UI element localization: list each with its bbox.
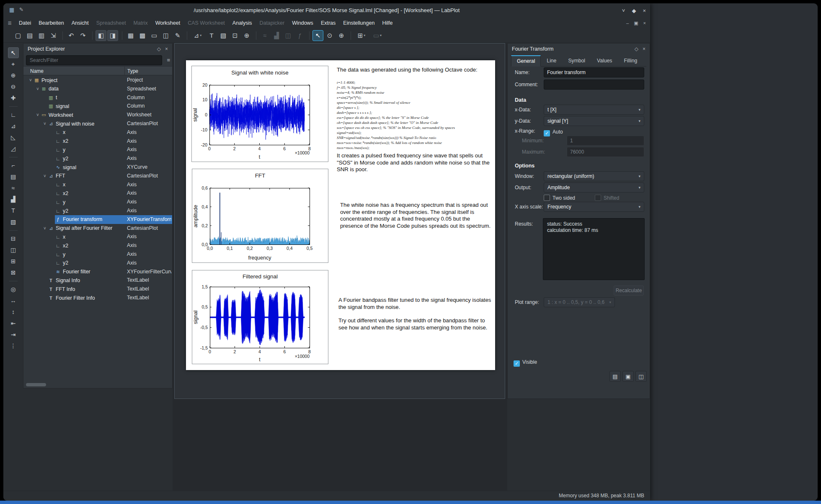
output-combobox[interactable]: Amplitude ▾	[544, 183, 644, 193]
x-data-combobox[interactable]: t [X] ▾	[544, 105, 644, 115]
name-column-header[interactable]: Name	[30, 67, 44, 76]
tree-row-y[interactable]: ∟yAxis	[23, 250, 172, 259]
tree-row-x[interactable]: ∟xAxis	[23, 232, 172, 241]
y-data-combobox[interactable]: signal [Y] ▾	[544, 116, 644, 126]
horizontal-scrollbar[interactable]	[23, 383, 172, 386]
zoom-in-tool[interactable]: ⊕	[8, 70, 19, 81]
maximize-button[interactable]: ◆	[632, 8, 636, 14]
add-plot-template-4-tool[interactable]: ◿	[8, 143, 19, 154]
menu-datei[interactable]: Datei	[15, 18, 35, 28]
add-histogram-tool[interactable]: ▟	[8, 194, 19, 205]
tree-row-project[interactable]: ˅▦ProjectProject	[23, 76, 172, 85]
tree-row-signal[interactable]: ▥signalColumn	[23, 102, 172, 111]
pan-tool[interactable]: ✚	[8, 93, 19, 103]
properties-dock-header[interactable]: Fourier Transform ◇ ×	[508, 44, 650, 54]
taskbar-strip[interactable]	[0, 501, 821, 504]
tab-line[interactable]: Line	[541, 55, 562, 66]
titlebar[interactable]: ▦ ✎ /usr/share/labplot2/examples/Analysi…	[3, 3, 650, 18]
add-text-label-button[interactable]: T	[206, 30, 217, 41]
zoom-fit-width-tool[interactable]: ↔	[8, 295, 19, 306]
add-text-label-tool[interactable]: T	[8, 205, 19, 216]
tab-values[interactable]: Values	[591, 55, 618, 66]
tree-row-fourier-transform[interactable]: ƒFourier transformXYFourierTransformCurv…	[23, 215, 172, 224]
break-layout-tool[interactable]: ⊠	[8, 267, 19, 278]
add-axis-tool[interactable]: ⌐	[8, 160, 19, 171]
vertical-layout-tool[interactable]: ⊟	[8, 233, 19, 244]
new-project-button[interactable]: ▢	[13, 30, 23, 41]
octave-code-label[interactable]: t=1:1:4000;f=.05; % Signal frequencynois…	[337, 80, 493, 150]
fit-page-button[interactable]: ⊡	[230, 30, 240, 41]
magnification-button[interactable]: ⊞▾	[354, 30, 369, 41]
menu-einstellungen[interactable]: Einstellungen	[339, 18, 378, 28]
tree-row-data[interactable]: ˅⊞dataSpreadsheet	[23, 85, 172, 93]
tree-row-fft-info[interactable]: TFFT InfoTextLabel	[23, 285, 172, 293]
zoom-fit-height-tool[interactable]: ↕	[8, 306, 19, 317]
fft-info-label[interactable]: The white noise has a frequency spectrum…	[340, 202, 493, 229]
two-sided-checkbox[interactable]: Two sided	[544, 194, 575, 201]
app-menu-icon[interactable]: ≣	[8, 20, 12, 26]
menu-hilfe[interactable]: Hilfe	[378, 18, 396, 28]
tree-row-y[interactable]: ∟yAxis	[23, 145, 172, 154]
comment-input[interactable]	[544, 80, 644, 90]
export-button[interactable]: ⇲	[48, 30, 59, 41]
close-button[interactable]: ×	[643, 8, 646, 14]
tree-row-fourier-filter[interactable]: ≋Fourier filterXYFourierFilterCurve	[23, 267, 172, 276]
x-axis-scale-combobox[interactable]: Frequency ▾	[544, 202, 644, 212]
menu-extras[interactable]: Extras	[317, 18, 339, 28]
scrollbar-thumb[interactable]	[26, 383, 46, 386]
load-template-button[interactable]: ▤	[609, 371, 621, 382]
tree-row-signal-with-noise[interactable]: ˅⊿Signal with noiseCartesianPlot	[23, 119, 172, 128]
add-plot-template-2-tool[interactable]: ⊿	[8, 121, 19, 131]
plot-fft[interactable]: FFT0,00,10,20,30,40,50,00,20,40,6frequen…	[192, 169, 328, 265]
new-matrix-button[interactable]: ▩	[137, 30, 148, 41]
toggle-project-explorer-button[interactable]: ◧	[96, 30, 106, 41]
auto-checkbox[interactable]: ✓Auto	[544, 128, 563, 136]
tab-filling[interactable]: Filling	[618, 55, 643, 66]
visible-checkbox[interactable]: ✓Visible	[514, 358, 537, 367]
plot-signal-with-noise[interactable]: Signal with white noise02468-20-1001020t…	[191, 66, 328, 164]
type-column-header[interactable]: Type	[124, 67, 172, 76]
expander-icon[interactable]: ˅	[42, 174, 48, 178]
zoom-select-mode-button[interactable]: ⊕	[336, 30, 347, 41]
window-combobox[interactable]: rectangular (uniform) ▾	[544, 171, 644, 181]
tree-row-signal-after-fourier-filter[interactable]: ˅⊿Signal after Fourier FilterCartesianPl…	[23, 224, 172, 233]
shift-right-x-tool[interactable]: ⇥	[8, 329, 19, 340]
add-image-tool[interactable]: ▧	[8, 216, 19, 227]
tree-row-y2[interactable]: ∟y2Axis	[23, 259, 172, 267]
tree-row-x2[interactable]: ∟x2Axis	[23, 137, 172, 146]
menu-analysis[interactable]: Analysis	[229, 18, 256, 28]
pin-icon[interactable]: ✎	[19, 7, 23, 13]
tab-general[interactable]: General	[511, 55, 541, 67]
new-spreadsheet-button[interactable]: ▦	[125, 30, 136, 41]
shade-button[interactable]: ˅	[622, 8, 625, 14]
filter-hint-label[interactable]: Try out different values for the width o…	[338, 317, 494, 331]
horizontal-layout-tool[interactable]: ◫	[8, 244, 19, 255]
open-project-button[interactable]: ▤	[24, 30, 35, 41]
new-worksheet-button[interactable]: ▭	[149, 30, 160, 41]
mdi-minimize-button[interactable]: –	[626, 21, 629, 26]
menu-ansicht[interactable]: Ansicht	[68, 18, 93, 28]
expander-icon[interactable]: ˅	[28, 78, 34, 82]
shift-left-x-tool[interactable]: ⇤	[8, 318, 19, 329]
octave-intro-label[interactable]: The data was generated using the followi…	[337, 67, 493, 74]
tree-row-fourier-filter-info[interactable]: TFourier Filter InfoTextLabel	[23, 293, 172, 302]
select-mode-button[interactable]: ↖	[312, 30, 323, 41]
plot-filtered-signal[interactable]: Filtered signal02468-1,5-0,50,51,5tsigna…	[192, 270, 328, 366]
grid-layout-tool[interactable]: ⊞	[8, 256, 19, 267]
tree-row-worksheet[interactable]: ˅▭WorksheetWorksheet	[23, 111, 172, 119]
zoom-out-tool[interactable]: ⊖	[8, 81, 19, 92]
crosshair-mode-button[interactable]: ⊙	[324, 30, 335, 41]
toggle-properties-dock-button[interactable]: ◨	[107, 30, 118, 41]
menu-windows[interactable]: Windows	[288, 18, 317, 28]
save-as-template-button[interactable]: ◫	[635, 371, 647, 382]
expander-icon[interactable]: ˅	[35, 87, 41, 91]
tree-row-x[interactable]: ∟xAxis	[23, 128, 172, 137]
add-curve-tool[interactable]: ≈	[8, 183, 19, 193]
recalculate-button[interactable]: Recalculate	[614, 285, 644, 296]
save-template-button[interactable]: ▣	[622, 371, 634, 382]
tree-row-t[interactable]: ▥tColumn	[23, 93, 172, 102]
crosshair-tool[interactable]: ⌖	[8, 59, 19, 69]
add-legend-tool[interactable]: ▤	[8, 171, 19, 182]
close-dock-icon[interactable]: ×	[165, 46, 168, 52]
search-input[interactable]	[26, 55, 162, 65]
